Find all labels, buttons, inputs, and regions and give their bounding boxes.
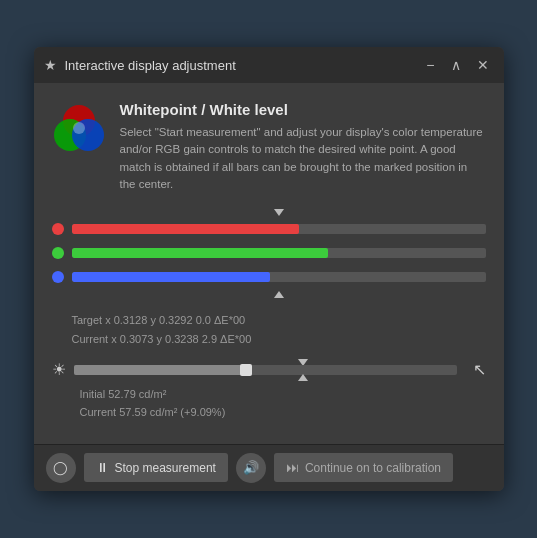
brightness-track-wrap — [74, 359, 457, 381]
titlebar: ★ Interactive display adjustment − ∧ ✕ — [34, 47, 504, 83]
header-row: Whitepoint / White level Select "Start m… — [52, 101, 486, 193]
main-window: ★ Interactive display adjustment − ∧ ✕ W… — [34, 47, 504, 491]
targets-section: Target x 0.3128 y 0.3292 0.0 ΔE*00 Curre… — [72, 311, 486, 348]
titlebar-controls: − ∧ ✕ — [421, 55, 493, 75]
cursor-icon: ↖ — [473, 360, 486, 379]
titlebar-left: ★ Interactive display adjustment — [44, 57, 236, 73]
brightness-info: Initial 52.79 cd/m² Current 57.59 cd/m² … — [80, 385, 486, 422]
blue-track — [72, 272, 486, 282]
section-description: Select "Start measurement" and adjust yo… — [120, 124, 486, 193]
brightness-track — [74, 365, 457, 375]
red-fill — [72, 224, 300, 234]
sun-icon: ☀ — [52, 360, 66, 379]
header-text: Whitepoint / White level Select "Start m… — [120, 101, 486, 193]
red-dot — [52, 223, 64, 235]
rgb-icon — [52, 101, 106, 155]
brightness-current: Current 57.59 cd/m² (+9.09%) — [80, 403, 486, 422]
brightness-section: ☀ ↖ Initial 52.79 cd/m² Curr — [52, 359, 486, 422]
section-title: Whitepoint / White level — [120, 101, 486, 118]
red-slider-row — [52, 219, 486, 239]
continue-button[interactable]: ⏭ Continue on to calibration — [274, 453, 453, 482]
circle-button[interactable]: ◯ — [46, 453, 76, 483]
current-line: Current x 0.3073 y 0.3238 2.9 ΔE*00 — [72, 330, 486, 349]
close-button[interactable]: ✕ — [472, 55, 494, 75]
stop-measurement-label: Stop measurement — [115, 461, 216, 475]
circle-icon: ◯ — [53, 460, 68, 475]
sound-icon: 🔊 — [243, 460, 259, 475]
blue-slider-row — [52, 267, 486, 287]
pause-icon: ⏸ — [96, 460, 109, 475]
brightness-initial: Initial 52.79 cd/m² — [80, 385, 486, 404]
window-title: Interactive display adjustment — [65, 58, 236, 73]
next-icon: ⏭ — [286, 460, 299, 475]
sliders-section — [52, 209, 486, 299]
blue-dot — [52, 271, 64, 283]
target-line: Target x 0.3128 y 0.3292 0.0 ΔE*00 — [72, 311, 486, 330]
blue-fill — [72, 272, 271, 282]
blue-track-wrap — [72, 267, 486, 287]
stop-measurement-button[interactable]: ⏸ Stop measurement — [84, 453, 228, 482]
green-track-wrap — [72, 243, 486, 263]
continue-label: Continue on to calibration — [305, 461, 441, 475]
minimize-button[interactable]: − — [421, 55, 439, 75]
sound-button[interactable]: 🔊 — [236, 453, 266, 483]
maximize-button[interactable]: ∧ — [446, 55, 466, 75]
green-dot — [52, 247, 64, 259]
svg-point-3 — [73, 122, 85, 134]
green-slider-row — [52, 243, 486, 263]
window-icon: ★ — [44, 57, 57, 73]
brightness-fill — [74, 365, 246, 375]
green-fill — [72, 248, 329, 258]
red-track-wrap — [72, 219, 486, 239]
footer: ◯ ⏸ Stop measurement 🔊 ⏭ Continue on to … — [34, 444, 504, 491]
content-area: Whitepoint / White level Select "Start m… — [34, 83, 504, 444]
brightness-row: ☀ ↖ — [52, 359, 486, 381]
red-track — [72, 224, 486, 234]
brightness-handle — [240, 364, 252, 376]
green-track — [72, 248, 486, 258]
